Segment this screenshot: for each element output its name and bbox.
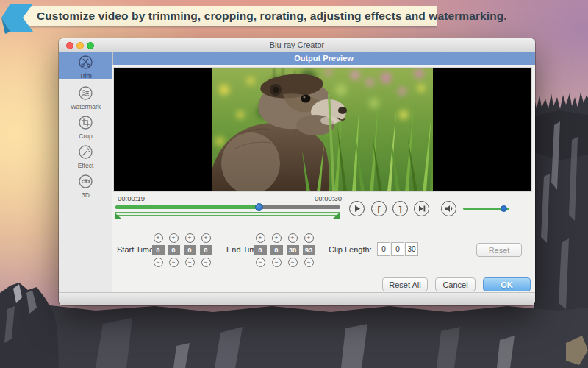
start-time-label: Start Time: [117, 245, 156, 254]
reset-button[interactable]: Reset [476, 243, 522, 257]
3d-glasses-icon [79, 174, 93, 191]
plus-icon[interactable]: + [272, 233, 282, 243]
sidebar-item-3d[interactable]: 3D [59, 171, 112, 201]
start-time-spinner-1: + 0 − [151, 233, 165, 267]
mark-start-button[interactable]: [ [371, 201, 387, 216]
progress-thumb[interactable] [255, 203, 263, 211]
start-time-value-1[interactable]: 0 [152, 245, 165, 255]
sidebar-item-label: Effect [59, 162, 112, 169]
video-preview-area [113, 67, 532, 192]
window-titlebar[interactable]: Blu-ray Creator [59, 38, 535, 52]
scissors-icon [79, 55, 93, 72]
content-area: 00:00:19 00:00:30 [ ] [112, 65, 535, 293]
end-time-value-2[interactable]: 0 [270, 245, 283, 255]
sidebar-item-trim[interactable]: Trim [59, 52, 112, 79]
mark-start-bracket-icon: [ [376, 205, 381, 214]
progress-fill [115, 205, 259, 209]
end-time-value-4[interactable]: 93 [303, 245, 315, 255]
plus-icon[interactable]: + [288, 233, 298, 243]
start-time-spinner-3: + 0 − [183, 233, 196, 267]
trim-range-bar[interactable] [115, 212, 340, 216]
crop-icon [79, 116, 93, 132]
step-frame-button[interactable] [414, 201, 429, 216]
play-button[interactable] [349, 201, 365, 216]
volume-button[interactable] [441, 201, 456, 216]
progress-slider[interactable] [115, 205, 340, 209]
banner-arrow-icon [0, 3, 34, 34]
minus-icon[interactable]: − [272, 258, 282, 267]
output-preview-label: Output Preview [112, 54, 535, 63]
trim-end-handle[interactable] [333, 213, 340, 219]
trim-start-handle[interactable] [115, 213, 121, 219]
plus-icon[interactable]: + [256, 233, 265, 243]
total-time: 00:00:30 [298, 194, 342, 202]
window-title: Blu-ray Creator [59, 40, 535, 49]
sidebar-item-label: Trim [59, 72, 112, 79]
start-time-value-3[interactable]: 0 [184, 245, 196, 255]
end-time-spinner-1: + 0 − [254, 233, 267, 267]
ok-button[interactable]: OK [483, 277, 531, 291]
player-controls-row: 00:00:19 00:00:30 [ ] [112, 191, 535, 230]
sidebar-item-watermark[interactable]: Watermark [59, 83, 112, 113]
start-time-value-2[interactable]: 0 [168, 245, 180, 255]
end-time-spinner-3: + 30 − [286, 233, 299, 267]
end-time-spinner-2: + 0 − [270, 233, 283, 267]
minus-icon[interactable]: − [304, 258, 314, 267]
minus-icon[interactable]: − [256, 258, 265, 267]
end-time-spinner-4: + 93 − [302, 233, 315, 267]
clip-length-value-3[interactable]: 30 [405, 242, 418, 256]
clip-length-label: Clip Length: [329, 245, 372, 254]
play-icon [351, 203, 362, 214]
mark-end-button[interactable]: ] [392, 201, 408, 216]
action-buttons-row: Reset All Cancel OK [112, 275, 535, 294]
reset-all-button[interactable]: Reset All [382, 277, 428, 291]
plus-icon[interactable]: + [185, 233, 195, 243]
magic-wand-icon [79, 145, 93, 162]
sidebar-item-label: 3D [59, 191, 112, 199]
app-window: Blu-ray Creator Output Preview Trim Wate… [59, 38, 535, 305]
plus-icon[interactable]: + [169, 233, 179, 243]
volume-slider[interactable] [463, 208, 509, 210]
plus-icon[interactable]: + [201, 233, 211, 243]
sidebar-item-crop[interactable]: Crop [59, 113, 112, 142]
end-time-value-3[interactable]: 30 [287, 245, 299, 255]
banner-text: Customize video by trimming, cropping, r… [37, 10, 507, 23]
volume-thumb[interactable] [501, 205, 507, 212]
sidebar: Trim Watermark Crop Effect 3D [59, 52, 113, 293]
start-time-value-4[interactable]: 0 [200, 245, 212, 255]
feature-banner: Customize video by trimming, cropping, r… [15, 6, 437, 26]
clip-length-value-2[interactable]: 0 [391, 242, 404, 256]
minus-icon[interactable]: − [201, 258, 211, 267]
time-editors-row: Start Time: + 0 − + 0 − + 0 − + 0 − End [112, 230, 535, 275]
step-frame-icon [416, 203, 427, 214]
cancel-button[interactable]: Cancel [435, 277, 476, 291]
clip-length-value-1[interactable]: 0 [377, 242, 390, 256]
start-time-spinner-4: + 0 − [199, 233, 212, 267]
sidebar-item-label: Crop [59, 132, 112, 140]
volume-icon [443, 203, 454, 214]
sidebar-item-effect[interactable]: Effect [59, 142, 112, 171]
minus-icon[interactable]: − [288, 258, 298, 267]
video-preview-image [212, 68, 433, 191]
mark-end-bracket-icon: ] [398, 205, 403, 214]
minus-icon[interactable]: − [169, 258, 179, 267]
sidebar-item-label: Watermark [59, 103, 112, 110]
waves-icon [79, 86, 93, 103]
minus-icon[interactable]: − [185, 258, 195, 267]
minus-icon[interactable]: − [154, 258, 163, 267]
start-time-spinner-2: + 0 − [167, 233, 180, 267]
plus-icon[interactable]: + [154, 233, 163, 243]
elapsed-time: 00:00:19 [118, 194, 145, 202]
window-footer [59, 292, 535, 305]
plus-icon[interactable]: + [304, 233, 314, 243]
end-time-value-1[interactable]: 0 [254, 245, 267, 255]
